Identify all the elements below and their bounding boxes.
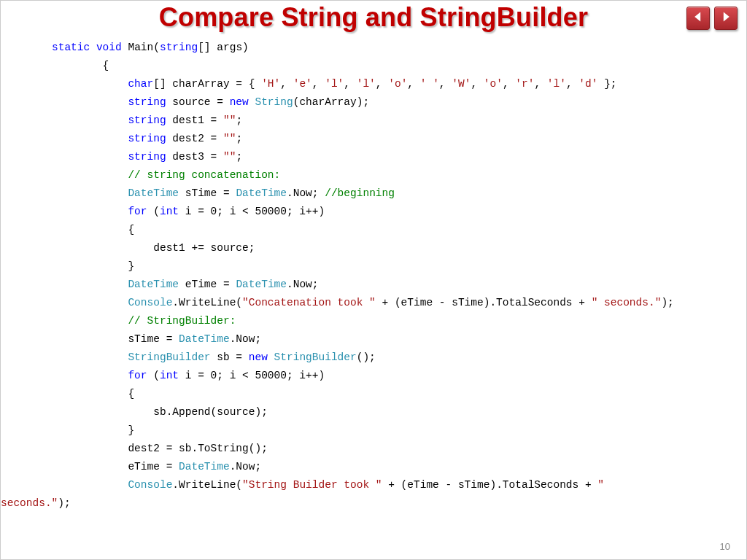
code-text: sb.Append(source); [128,406,267,418]
type: DateTime [236,187,287,199]
string-literal: "String Builder took " [242,479,382,491]
svg-marker-0 [694,12,700,22]
code-text: dest1 = [166,114,223,126]
string-literal: 'l' [325,78,344,90]
string-literal: 'W' [452,78,471,90]
page-number: 10 [720,541,730,552]
code-text: (charArray); [293,96,369,108]
keyword: void [96,42,122,53]
code-text: , [376,78,388,90]
code-text: eTime = [179,279,236,290]
keyword: int [160,206,179,217]
string-literal: 'r' [515,78,534,90]
code-text: ); [58,497,70,509]
type: DateTime [236,279,287,290]
code-text: ; [236,114,242,126]
string-literal: " seconds." [592,297,662,308]
code-text: }; [597,78,616,90]
string-literal: 'e' [293,78,312,90]
keyword: string [160,42,198,53]
type: StringBuilder [128,351,210,363]
code-text: , [566,78,578,90]
code-text: dest3 = [166,151,223,163]
string-literal: " [597,479,610,491]
code-text: dest2 = sb.ToString(); [128,443,267,454]
keyword: char [128,78,153,90]
slide-title: Compare String and StringBuilder [1,2,746,33]
code-text: , [344,78,356,90]
string-literal: 'H' [261,78,280,90]
code-text: , [471,78,483,90]
type: DateTime [179,333,230,345]
code-text: [] args) [198,42,249,53]
keyword: for [128,206,147,217]
keyword: int [160,370,179,381]
comment: // string concatenation: [128,169,280,181]
type: DateTime [128,187,179,199]
code-text: { [52,60,109,71]
code-text: ( [147,370,160,381]
code-text: , [407,78,419,90]
string-literal: 'l' [357,78,376,90]
prev-slide-button[interactable] [686,7,710,30]
code-text: sb = [211,351,249,363]
code-text: .WriteLine( [172,297,242,308]
keyword: string [128,133,166,144]
code-text: sTime = [179,187,236,199]
code-text: + (eTime - sTime).TotalSeconds + [376,297,592,308]
type: Console [128,479,172,491]
next-slide-button[interactable] [714,7,738,30]
code-text: .Now; [230,333,262,345]
code-text: (); [357,351,376,363]
type: DateTime [128,279,179,290]
code-text: , [280,78,293,90]
string-literal: seconds." [1,497,58,509]
type: StringBuilder [274,351,357,363]
code-text: } [128,424,134,436]
nav-controls [686,7,738,30]
string-literal: ' ' [420,78,439,90]
code-text: sTime = [128,333,179,345]
arrow-right-icon [720,11,732,26]
code-text: ; [236,133,242,144]
code-text: , [312,78,325,90]
code-text: i = 0; i < 50000; i++) [179,206,325,217]
type: String [255,96,293,108]
comment: // StringBuilder: [128,315,236,327]
comment: //beginning [325,187,395,199]
code-text: dest2 = [166,133,223,144]
code-block: static void Main(string[] args) { char[]… [52,39,746,513]
svg-marker-1 [724,12,729,22]
string-literal: 'o' [388,78,407,90]
code-text: ); [661,297,673,308]
keyword: string [128,114,166,126]
keyword: new [230,96,249,108]
code-text: eTime = [128,461,179,472]
code-text: Main( [122,42,160,53]
keyword: string [128,151,166,163]
code-text: ( [147,206,160,217]
code-text: .Now; [287,279,319,290]
string-literal: "" [223,133,236,144]
string-literal: 'o' [484,78,503,90]
code-text: .Now; [230,461,262,472]
code-text: source = [166,96,230,108]
code-text: i = 0; i < 50000; i++) [179,370,325,381]
code-text: } [128,260,134,272]
code-text: .Now; [287,187,325,199]
keyword: new [249,351,268,363]
string-literal: "" [223,151,236,163]
code-text: { [128,224,134,236]
string-literal: "" [223,114,236,126]
code-text: , [503,78,515,90]
keyword: for [128,370,147,381]
code-text: { [128,388,134,400]
arrow-left-icon [692,11,704,26]
code-text: dest1 += source; [128,242,255,254]
string-literal: 'l' [547,78,566,90]
code-text: [] charArray = { [153,78,261,90]
keyword: static [52,42,90,53]
slide: Compare String and StringBuilder static … [0,0,747,560]
code-text: + (eTime - sTime).TotalSeconds + [382,479,598,491]
type: Console [128,297,172,308]
